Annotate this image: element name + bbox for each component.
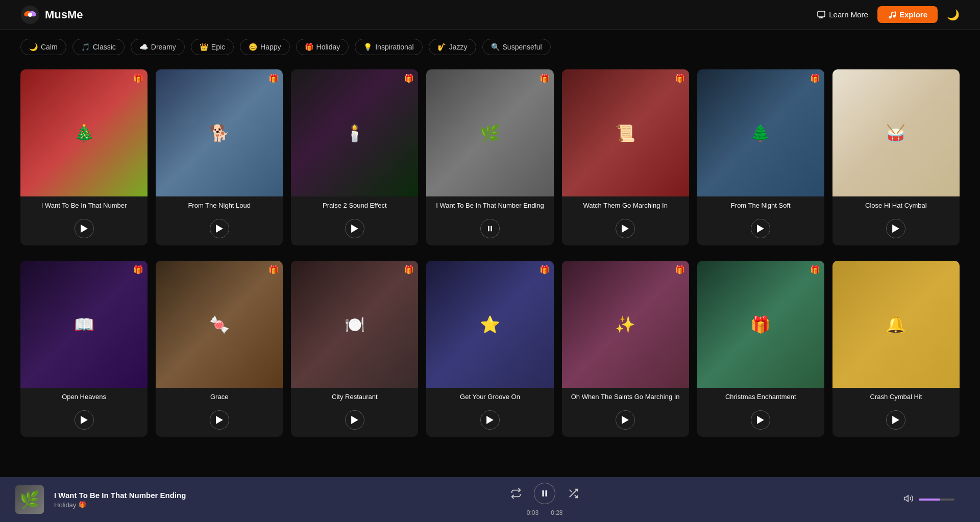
music-card[interactable]: 📜 🎁 Watch Them Go Marching In (562, 69, 689, 245)
player-gift-icon: 🎁 (79, 501, 86, 508)
card-thumbnail: 🍬 🎁 (156, 261, 283, 388)
player-controls (510, 483, 579, 504)
header: MusMe Learn More Explore 🌙 (0, 0, 980, 30)
music-card[interactable]: 🎁 🎁 Christmas Enchantment (697, 261, 824, 437)
card-thumbnail: ✨ 🎁 (562, 261, 689, 388)
card-title: Watch Them Go Marching In (562, 196, 689, 216)
play-card-btn[interactable] (75, 219, 94, 238)
svg-line-31 (570, 490, 572, 492)
volume-icon (903, 493, 914, 506)
gift-badge: 🎁 (404, 73, 414, 83)
card-thumbnail: 🌿 🎁 (426, 69, 553, 196)
logo-area: MusMe (20, 5, 83, 24)
progress-area: 0:03 0:28 (527, 509, 563, 516)
logo-icon (20, 5, 40, 24)
svg-point-3 (28, 13, 32, 17)
genre-suspenseful[interactable]: 🔍 Suspenseful (482, 39, 551, 55)
music-grid-row1: 🎄 🎁 I Want To Be In That Number 🐕 🎁 From… (0, 64, 980, 256)
svg-rect-27 (543, 490, 544, 496)
card-thumbnail: 🎄 🎁 (20, 69, 148, 196)
genre-inspirational[interactable]: 💡 Inspirational (355, 39, 423, 55)
card-title: I Want To Be In That Number (20, 196, 148, 216)
music-card[interactable]: 🥁 Close Hi Hat Cymbal (832, 69, 960, 245)
play-card-btn[interactable] (210, 219, 229, 238)
music-card[interactable]: 🌲 🎁 From The Night Soft (697, 69, 824, 245)
genre-holiday[interactable]: 🎁 Holiday (296, 39, 349, 55)
svg-marker-17 (622, 225, 629, 233)
svg-marker-20 (81, 416, 88, 424)
play-card-btn[interactable] (345, 410, 364, 430)
pause-card-btn[interactable] (480, 219, 500, 238)
repeat-button[interactable] (510, 488, 522, 499)
dark-mode-button[interactable]: 🌙 (947, 9, 960, 21)
play-card-btn[interactable] (886, 219, 905, 238)
play-card-btn[interactable] (751, 410, 770, 430)
play-card-btn[interactable] (751, 219, 770, 238)
card-thumbnail: 🥁 (832, 69, 960, 196)
learn-more-button[interactable]: Learn More (817, 10, 868, 19)
gift-badge: 🎁 (268, 73, 279, 83)
music-card[interactable]: ⭐ 🎁 Get Your Groove On (426, 261, 553, 437)
svg-marker-26 (893, 416, 900, 424)
app-name: MusMe (45, 8, 83, 21)
music-icon (888, 11, 896, 19)
music-card[interactable]: 🍽️ 🎁 City Restaurant (291, 261, 418, 437)
jazzy-icon: 🎷 (437, 43, 446, 51)
play-card-btn[interactable] (345, 219, 364, 238)
music-card[interactable]: ✨ 🎁 Oh When The Saints Go Marching In (562, 261, 689, 437)
svg-marker-14 (351, 225, 358, 233)
music-card[interactable]: 🎄 🎁 I Want To Be In That Number (20, 69, 148, 245)
genre-jazzy[interactable]: 🎷 Jazzy (429, 39, 476, 55)
music-card[interactable]: 🔔 Crash Cymbal Hit (832, 261, 960, 437)
card-thumbnail: 🕯️ 🎁 (291, 69, 418, 196)
genre-epic[interactable]: 👑 Epic (191, 39, 234, 55)
card-title: Grace (156, 388, 283, 407)
play-card-btn[interactable] (886, 410, 905, 430)
card-title: Oh When The Saints Go Marching In (562, 388, 689, 407)
explore-button[interactable]: Explore (877, 6, 938, 23)
play-card-btn[interactable] (210, 410, 229, 430)
svg-marker-19 (893, 225, 900, 233)
card-thumbnail: 🔔 (832, 261, 960, 388)
card-thumbnail: 📖 🎁 (20, 261, 148, 388)
play-card-btn[interactable] (480, 410, 500, 430)
svg-marker-25 (757, 416, 764, 424)
svg-marker-22 (351, 416, 358, 424)
music-card[interactable]: 🕯️ 🎁 Praise 2 Sound Effect (291, 69, 418, 245)
svg-line-11 (891, 12, 895, 13)
music-card[interactable]: 🌿 🎁 I Want To Be In That Number Ending (426, 69, 553, 245)
genre-calm[interactable]: 🌙 Calm (20, 39, 66, 55)
gift-badge: 🎁 (133, 265, 143, 275)
volume-track[interactable] (919, 499, 954, 501)
pause-button[interactable] (534, 483, 555, 504)
gift-badge: 🎁 (540, 265, 550, 275)
card-thumbnail: ⭐ 🎁 (426, 261, 553, 388)
genre-happy[interactable]: 😊 Happy (240, 39, 289, 55)
genre-dreamy[interactable]: ☁️ Dreamy (131, 39, 185, 55)
epic-icon: 👑 (200, 43, 208, 51)
svg-rect-16 (491, 226, 492, 232)
play-card-btn[interactable] (75, 410, 94, 430)
play-card-btn[interactable] (616, 219, 635, 238)
volume-fill (919, 499, 940, 501)
gift-badge: 🎁 (810, 265, 820, 275)
gift-badge: 🎁 (268, 265, 279, 275)
genre-classic[interactable]: 🎵 Classic (72, 39, 125, 55)
music-card[interactable]: 🍬 🎁 Grace (156, 261, 283, 437)
shuffle-button[interactable] (568, 488, 579, 499)
genre-bar: 🌙 Calm 🎵 Classic ☁️ Dreamy 👑 Epic 😊 Happ… (0, 30, 980, 64)
svg-marker-21 (216, 416, 223, 424)
player-info: I Want To Be In That Number Ending Holid… (54, 491, 186, 509)
card-thumbnail: 🐕 🎁 (156, 69, 283, 196)
music-card[interactable]: 🐕 🎁 From The Night Loud (156, 69, 283, 245)
gift-badge: 🎁 (675, 265, 685, 275)
music-card[interactable]: 📖 🎁 Open Heavens (20, 261, 148, 437)
player-subtitle: Holiday 🎁 (54, 501, 186, 509)
card-title: From The Night Loud (156, 196, 283, 216)
play-card-btn[interactable] (616, 410, 635, 430)
card-thumbnail: 🎁 🎁 (697, 261, 824, 388)
header-right: Learn More Explore 🌙 (817, 6, 960, 23)
pause-icon (540, 489, 549, 498)
suspenseful-icon: 🔍 (491, 43, 500, 51)
card-title: From The Night Soft (697, 196, 824, 216)
